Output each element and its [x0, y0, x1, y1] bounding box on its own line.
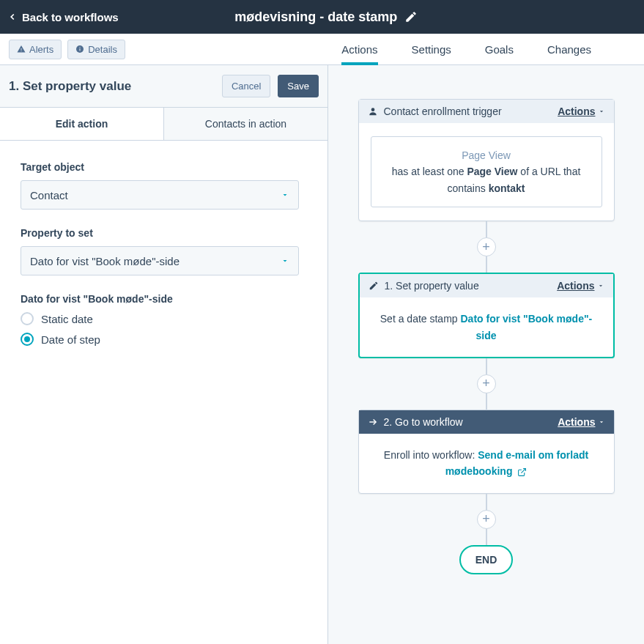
panel-subtabs: Edit action Contacts in action [0, 108, 327, 141]
chevron-left-icon [7, 12, 18, 22]
back-label: Back to workflows [22, 11, 119, 23]
tab-changes-label: Changes [547, 43, 591, 56]
radio-static-label: Static date [41, 313, 93, 325]
trigger-card[interactable]: Contact enrollment trigger Actions Page … [358, 99, 615, 221]
property-to-set-value: Dato for vist "Book møde"-side [30, 255, 179, 267]
trigger-inner-heading: Page View [379, 147, 594, 163]
step2-actions-menu[interactable]: Actions [558, 416, 604, 428]
external-link-icon [517, 467, 527, 477]
value-type-radio-group: Static date Date of step [21, 312, 307, 346]
subtab-edit-label: Edit action [56, 118, 108, 130]
cancel-button[interactable]: Cancel [222, 75, 270, 97]
step2-body-prefix: Enroll into workflow: [384, 449, 478, 461]
arrow-right-icon [368, 417, 378, 427]
save-button[interactable]: Save [278, 75, 319, 97]
svg-rect-1 [80, 48, 81, 51]
details-label: Details [88, 44, 117, 55]
step1-card-body: Set a date stamp Dato for vist "Book mød… [360, 297, 613, 357]
radio-static-indicator [21, 312, 34, 325]
trigger-actions-label: Actions [558, 106, 595, 117]
chevron-down-icon [281, 190, 289, 199]
add-step-button-3[interactable]: + [477, 510, 496, 529]
contact-icon [368, 106, 378, 116]
step1-body-link: Dato for vist "Book møde"-side [461, 313, 593, 341]
step2-actions-label: Actions [558, 416, 595, 428]
step1-card[interactable]: 1. Set property value Actions Set a date… [358, 273, 615, 358]
target-object-label: Target object [21, 161, 307, 173]
trigger-card-header: Contact enrollment trigger Actions [359, 100, 614, 123]
connector-3: + [477, 494, 496, 545]
tab-settings[interactable]: Settings [412, 34, 451, 64]
tab-actions-label: Actions [341, 43, 377, 56]
step2-card-body: Enroll into workflow: Send e-mail om for… [359, 434, 614, 493]
form: Target object Contact Property to set Da… [0, 141, 327, 366]
trigger-text-4: kontakt [489, 182, 525, 194]
left-panel: 1. Set property value Cancel Save Edit a… [0, 65, 328, 644]
step2-card-header: 2. Go to workflow Actions [359, 410, 614, 434]
title-wrap: mødevisning - date stamp [119, 10, 534, 25]
svg-point-3 [371, 108, 374, 111]
chevron-down-icon [281, 256, 289, 265]
svg-line-5 [522, 469, 526, 473]
target-object-value: Contact [30, 189, 68, 201]
radio-static-date[interactable]: Static date [21, 312, 307, 325]
trigger-card-body: Page View has at least one Page View of … [359, 123, 614, 221]
details-button[interactable]: Details [67, 40, 125, 59]
panel-heading: 1. Set property value [9, 79, 131, 94]
svg-rect-2 [80, 47, 81, 48]
tab-changes[interactable]: Changes [547, 34, 591, 64]
topbar: Back to workflows mødevisning - date sta… [0, 0, 644, 34]
connector-1: + [477, 221, 496, 273]
tab-actions[interactable]: Actions [341, 34, 377, 64]
trigger-title: Contact enrollment trigger [384, 106, 502, 117]
workflow-canvas: Contact enrollment trigger Actions Page … [328, 65, 644, 644]
trigger-text-2: Page View [467, 166, 517, 177]
workflow-title: mødevisning - date stamp [234, 10, 397, 25]
alerts-label: Alerts [29, 44, 53, 55]
step1-body-prefix: Set a date stamp [380, 313, 461, 325]
step1-actions-label: Actions [557, 280, 594, 292]
property-to-set-select[interactable]: Dato for vist "Book møde"-side [21, 246, 299, 275]
caret-down-icon [597, 282, 604, 289]
trigger-inner-card: Page View has at least one Page View of … [371, 136, 602, 207]
value-type-label: Dato for vist "Book møde"-side [21, 293, 307, 305]
radio-step-indicator [21, 333, 34, 346]
info-icon [75, 45, 84, 53]
layout: 1. Set property value Cancel Save Edit a… [0, 65, 644, 644]
subtab-contacts-in-action[interactable]: Contacts in action [164, 108, 327, 140]
subtab-contacts-label: Contacts in action [205, 118, 286, 130]
step2-title: 2. Go to workflow [384, 416, 463, 428]
add-step-button-1[interactable]: + [477, 237, 496, 256]
end-node: END [459, 545, 514, 574]
trigger-actions-menu[interactable]: Actions [558, 106, 604, 117]
caret-down-icon [598, 108, 605, 115]
subtab-edit-action[interactable]: Edit action [0, 108, 164, 140]
alert-icon [17, 45, 26, 53]
radio-date-of-step[interactable]: Date of step [21, 333, 307, 346]
connector-2: + [477, 358, 496, 410]
step1-card-header: 1. Set property value Actions [360, 274, 613, 297]
trigger-text-1: has at least one [392, 166, 467, 177]
back-to-workflows-link[interactable]: Back to workflows [7, 11, 119, 23]
alerts-button[interactable]: Alerts [9, 40, 62, 59]
add-step-button-2[interactable]: + [477, 374, 496, 393]
toolbar: Alerts Details Actions Settings Goals Ch… [0, 34, 644, 65]
tab-settings-label: Settings [412, 43, 451, 56]
property-to-set-label: Property to set [21, 227, 307, 239]
panel-header: 1. Set property value Cancel Save [0, 65, 327, 108]
trigger-criteria-text: has at least one Page View of a URL that… [379, 163, 594, 196]
target-object-select[interactable]: Contact [21, 180, 299, 210]
step1-title: 1. Set property value [385, 280, 479, 292]
radio-step-label: Date of step [41, 333, 100, 346]
main-tabs: Actions Settings Goals Changes [341, 34, 635, 64]
step1-actions-menu[interactable]: Actions [557, 280, 604, 292]
caret-down-icon [598, 418, 605, 426]
edit-icon [369, 281, 379, 291]
tab-goals[interactable]: Goals [485, 34, 514, 64]
tab-goals-label: Goals [485, 43, 514, 56]
step2-card[interactable]: 2. Go to workflow Actions Enroll into wo… [358, 410, 615, 494]
edit-title-icon[interactable] [404, 10, 418, 23]
